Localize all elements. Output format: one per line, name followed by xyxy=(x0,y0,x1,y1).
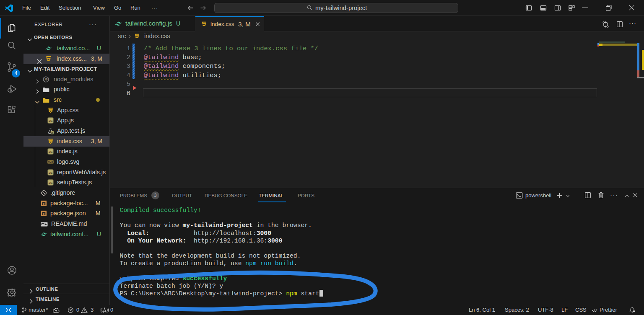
svg-text:JS: JS xyxy=(44,78,48,81)
svg-text:SVG: SVG xyxy=(48,161,53,163)
svg-text:JS: JS xyxy=(49,119,53,123)
svg-text:JS: JS xyxy=(51,132,54,134)
svg-text:JS: JS xyxy=(49,170,53,174)
svg-text:JS: JS xyxy=(49,181,53,185)
svg-text:JS: JS xyxy=(49,150,53,154)
